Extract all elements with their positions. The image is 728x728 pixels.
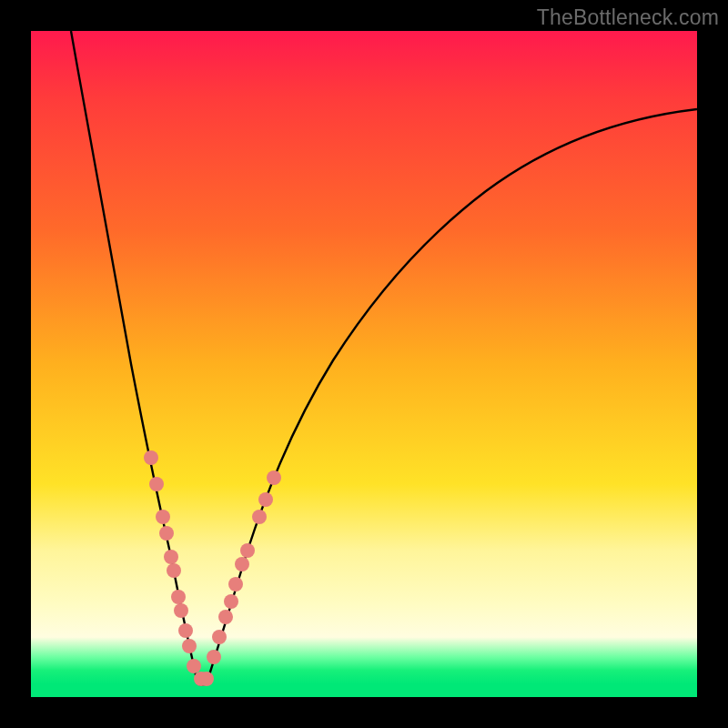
chart-plot-area — [31, 31, 697, 697]
bead — [228, 577, 243, 592]
bead — [199, 672, 214, 686]
bead — [235, 557, 249, 571]
bead — [258, 492, 273, 507]
bead — [156, 510, 170, 524]
bead — [178, 623, 193, 638]
bead — [207, 650, 221, 664]
bead — [167, 563, 181, 578]
bead — [171, 590, 186, 604]
bead — [212, 630, 227, 644]
bead — [240, 543, 255, 558]
bead — [159, 526, 174, 541]
bead — [218, 610, 233, 624]
bead — [224, 594, 238, 609]
bead — [174, 603, 188, 618]
bead — [144, 450, 158, 465]
bottleneck-curve — [31, 31, 697, 697]
bead — [252, 510, 267, 524]
bead — [164, 550, 178, 564]
curve-right — [207, 109, 697, 683]
bead — [182, 639, 197, 653]
chart-frame: TheBottleneck.com — [0, 0, 728, 728]
bead — [149, 477, 164, 491]
bead-cluster-left — [144, 450, 214, 686]
bead — [187, 659, 201, 673]
bead — [267, 470, 281, 485]
curve-left — [71, 31, 197, 683]
watermark-text: TheBottleneck.com — [537, 5, 719, 30]
bead-cluster-right — [207, 470, 281, 664]
